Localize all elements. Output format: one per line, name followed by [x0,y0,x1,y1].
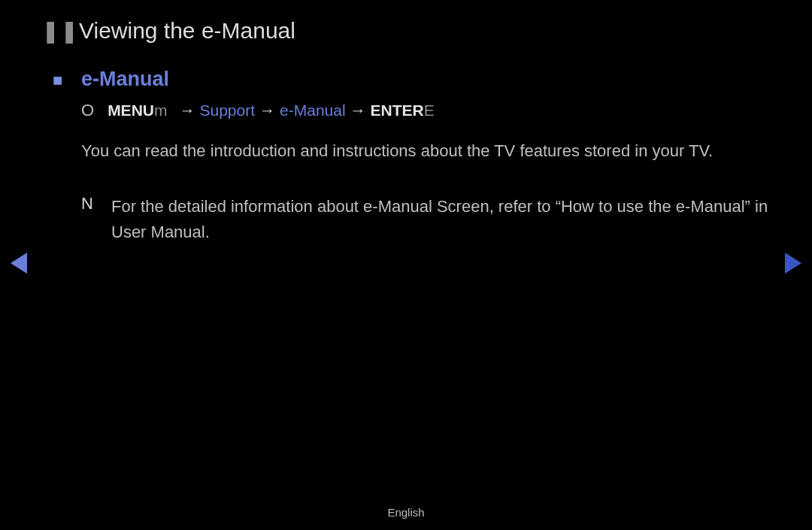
path-emanual: e-Manual [280,101,346,120]
path-menu-suffix: m [154,101,168,120]
svg-marker-1 [785,253,801,274]
chevron-right-icon [785,253,801,274]
sub-heading: e-Manual [81,68,169,91]
path-enter-label: ENTER [371,101,424,120]
sub-bullet-icon: ■ [53,71,81,90]
path-menu-label: MENU [108,101,154,120]
menu-path: O MENUm → Support → e-Manual → ENTERE [81,101,435,120]
path-enter-suffix: E [424,101,435,120]
path-support: Support [199,101,255,120]
chevron-left-icon [11,253,27,274]
note-n-icon: N [81,194,111,245]
path-arrow-2: → [259,101,275,120]
svg-marker-0 [11,253,27,274]
path-arrow-3: → [350,101,366,120]
footer-language: English [0,506,812,519]
nav-next-button[interactable] [785,253,801,274]
nav-prev-button[interactable] [11,253,27,274]
path-o-icon: O [81,101,94,120]
note-text: For the detailed information about e-Man… [111,194,771,245]
path-arrow-1: → [179,101,195,120]
page-title: Viewing the e-Manual [79,18,295,44]
title-bullet-icon: ❚❚ [41,18,79,44]
body-paragraph: You can read the introduction and instru… [81,138,771,164]
